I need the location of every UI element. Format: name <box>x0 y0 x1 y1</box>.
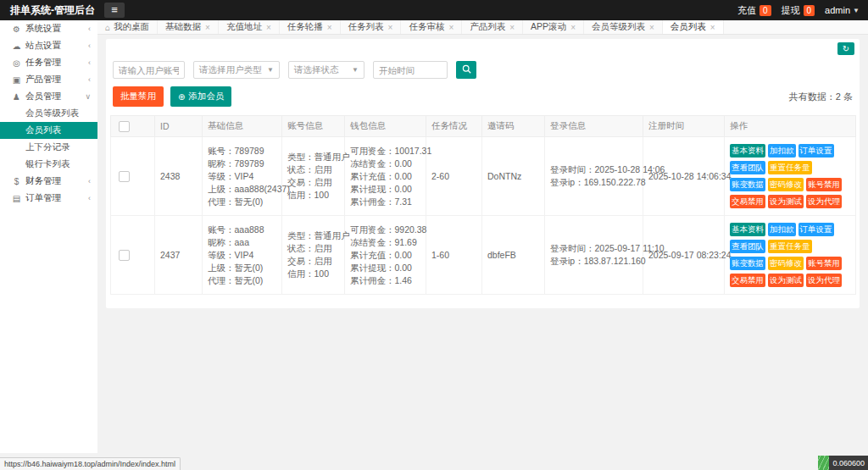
close-icon[interactable]: × <box>448 23 453 32</box>
cell-line: 等级：VIP4 <box>208 170 276 183</box>
action-button-5[interactable]: 账变数据 <box>730 257 765 270</box>
recharge-count-badge: 0 <box>760 5 771 16</box>
cell-basic-info: 账号：789789昵称：789789等级：VIP4上级：aaa888(2437)… <box>203 137 282 216</box>
close-icon[interactable]: × <box>509 23 515 32</box>
chevron-left-icon: ‹ <box>88 41 91 50</box>
action-button-10[interactable]: 设为代理 <box>806 274 842 287</box>
cell-line: 累计提现：0.00 <box>350 262 420 274</box>
action-button-3[interactable]: 查看团队 <box>730 240 765 253</box>
close-icon[interactable]: × <box>649 23 654 32</box>
select-all-checkbox[interactable] <box>119 121 130 132</box>
sidebar-subitem-label: 上下分记录 <box>25 141 70 153</box>
cell-register-time: 2025-09-17 08:23:24 <box>643 216 725 295</box>
cell-id: 2438 <box>155 137 203 216</box>
sidebar-item-3[interactable]: ▣产品管理‹ <box>0 71 97 88</box>
action-button-4[interactable]: 重置任务量 <box>768 161 812 174</box>
member-icon: ♟ <box>11 92 22 102</box>
sidebar-item-4[interactable]: ♟会员管理∨ <box>0 88 97 105</box>
row-checkbox[interactable] <box>119 250 130 261</box>
cell-line: 类型：普通用户 <box>287 229 339 242</box>
tab-9[interactable]: 会员列表× <box>663 20 724 34</box>
cell-line: 登录ip：169.150.222.78 <box>550 176 637 189</box>
action-button-6[interactable]: 密码修改 <box>768 257 804 270</box>
cell-line: 1-60 <box>431 249 476 262</box>
action-button-8[interactable]: 交易禁用 <box>730 195 765 208</box>
sidebar-subitem-4-2[interactable]: 上下分记录 <box>0 139 97 156</box>
cell-line: 累计充值：0.00 <box>350 170 420 183</box>
action-button-1[interactable]: 加扣款 <box>768 144 796 158</box>
action-button-0[interactable]: 基本资料 <box>730 223 765 236</box>
username: admin <box>825 5 850 15</box>
close-icon[interactable]: × <box>327 23 332 32</box>
close-icon[interactable]: × <box>266 23 271 32</box>
search-icon <box>462 64 471 76</box>
app-title: 排单系统-管理后台 <box>0 3 97 18</box>
tab-2[interactable]: 充值地址× <box>219 20 280 34</box>
user-type-select[interactable]: 请选择用户类型 ▼ <box>193 61 280 79</box>
tab-7[interactable]: APP滚动× <box>523 20 584 34</box>
sidebar-item-6[interactable]: ▤订单管理‹ <box>0 190 97 207</box>
action-button-7[interactable]: 账号禁用 <box>806 257 842 270</box>
start-time-input[interactable] <box>373 61 448 79</box>
close-icon[interactable]: × <box>570 23 576 32</box>
tab-4[interactable]: 任务列表× <box>341 20 402 34</box>
sidebar-item-2[interactable]: ◎任务管理‹ <box>0 54 97 71</box>
sidebar-item-label: 系统设置 <box>25 23 61 35</box>
action-button-0[interactable]: 基本资料 <box>730 144 765 158</box>
sidebar-item-1[interactable]: ☁站点设置‹ <box>0 37 97 54</box>
sidebar-subitem-4-3[interactable]: 银行卡列表 <box>0 156 97 173</box>
action-button-3[interactable]: 查看团队 <box>730 161 765 174</box>
sidebar-item-label: 财务管理 <box>25 175 61 187</box>
cell-line: 账号：789789 <box>208 145 276 158</box>
action-button-10[interactable]: 设为代理 <box>806 195 842 208</box>
sidebar-toggle-icon[interactable]: ≡ <box>104 3 125 18</box>
gear-icon: ⚙ <box>11 25 22 34</box>
tab-3[interactable]: 任务轮播× <box>280 20 341 34</box>
search-button[interactable] <box>456 61 476 79</box>
action-button-9[interactable]: 设为测试 <box>768 274 804 287</box>
action-button-7[interactable]: 账号禁用 <box>806 178 842 191</box>
cell-select <box>111 137 155 216</box>
sidebar-item-label: 产品管理 <box>25 74 61 86</box>
th-8: 操作 <box>725 116 856 137</box>
cell-line: 登录ip：183.87.121.160 <box>550 255 637 268</box>
cell-invite-code: DoNTNz <box>482 137 545 216</box>
close-icon[interactable]: × <box>710 23 715 32</box>
tab-6[interactable]: 产品列表× <box>462 20 523 34</box>
account-search-input[interactable] <box>113 61 185 79</box>
tab-5[interactable]: 任务审核× <box>401 20 462 34</box>
user-menu[interactable]: admin ▼ <box>825 5 860 15</box>
sidebar-item-0[interactable]: ⚙系统设置‹ <box>0 20 97 37</box>
refresh-button[interactable]: ↻ <box>837 42 854 55</box>
close-icon[interactable]: × <box>388 23 393 32</box>
row-checkbox[interactable] <box>119 171 130 182</box>
cell-login-info: 登录时间：2025-10-28 14:06登录ip：169.150.222.78 <box>545 137 643 216</box>
member-list-panel: ↻ 请选择用户类型 ▼ 请选择状态 ▼ 批量禁用 ⊕ 添加会员 共有数据：2 条 <box>106 39 860 308</box>
action-button-6[interactable]: 密码修改 <box>768 178 804 191</box>
recharge-notice[interactable]: 充值 0 <box>737 4 771 17</box>
action-button-1[interactable]: 加扣款 <box>768 223 796 236</box>
withdraw-notice[interactable]: 提现 0 <box>782 4 815 17</box>
add-member-button[interactable]: ⊕ 添加会员 <box>170 86 231 107</box>
sidebar-subitem-4-1[interactable]: 会员列表 <box>0 122 97 139</box>
action-button-8[interactable]: 交易禁用 <box>730 274 765 287</box>
cell-login-info: 登录时间：2025-09-17 11:10登录ip：183.87.121.160 <box>545 216 643 295</box>
chevron-left-icon: ‹ <box>88 75 91 84</box>
table-row-0: 2438账号：789789昵称：789789等级：VIP4上级：aaa888(2… <box>111 137 856 216</box>
action-button-9[interactable]: 设为测试 <box>768 195 804 208</box>
status-select[interactable]: 请选择状态 ▼ <box>288 61 364 79</box>
tab-1[interactable]: 基础数据× <box>158 20 219 34</box>
cell-line: dbfeFB <box>487 249 539 262</box>
action-button-4[interactable]: 重置任务量 <box>768 240 812 253</box>
sidebar-item-5[interactable]: $财务管理‹ <box>0 173 97 190</box>
action-button-2[interactable]: 订单设置 <box>798 144 834 158</box>
cell-line: 累计佣金：7.31 <box>350 196 420 208</box>
action-button-2[interactable]: 订单设置 <box>798 223 834 236</box>
action-button-5[interactable]: 账变数据 <box>730 178 765 191</box>
sidebar-subitem-4-0[interactable]: 会员等级列表 <box>0 105 97 122</box>
tab-0[interactable]: ⌂我的桌面 <box>97 20 158 34</box>
batch-disable-button[interactable]: 批量禁用 <box>113 86 164 107</box>
close-icon[interactable]: × <box>205 23 210 32</box>
action-buttons: 基本资料加扣款订单设置查看团队重置任务量账变数据密码修改账号禁用交易禁用设为测试… <box>730 221 850 289</box>
tab-8[interactable]: 会员等级列表× <box>584 20 663 34</box>
